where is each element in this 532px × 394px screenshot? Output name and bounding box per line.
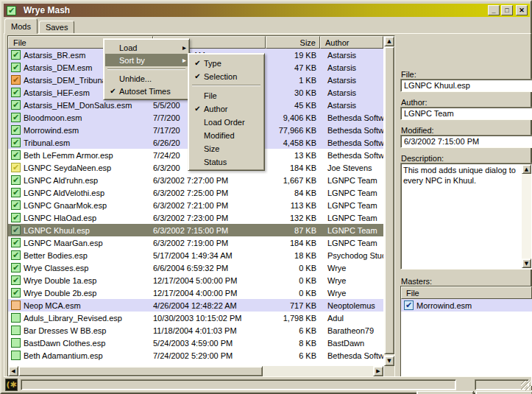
menu-item-label: Unhide... [119, 74, 186, 83]
scroll-left-icon[interactable]: ◀ [8, 366, 18, 376]
close-button[interactable]: ✕ [516, 5, 528, 15]
minimize-button[interactable]: _ [488, 5, 500, 15]
mod-size: 0 KB [266, 288, 320, 298]
mod-file-name: LGNPC HlaOad.esp [24, 213, 153, 222]
mod-checkbox-icon[interactable] [11, 225, 21, 235]
mod-file-name: Beth LeFemm Armor.esp [24, 150, 153, 160]
scroll-up-icon[interactable]: ▲ [522, 164, 531, 174]
scrollbar-thumb[interactable] [384, 46, 394, 354]
table-row[interactable]: Beth Adamantium.esp7/24/2002 5:29:00 PM6… [8, 349, 383, 362]
mod-checkbox-icon[interactable] [11, 175, 21, 185]
mod-checkbox-icon[interactable] [11, 88, 21, 97]
maximize-button[interactable]: □ [501, 5, 513, 15]
mod-checkbox-icon[interactable] [11, 250, 21, 260]
menu-item-unhide[interactable]: Unhide... [105, 72, 188, 85]
mod-checkbox-icon[interactable] [11, 238, 21, 247]
mod-checkbox-icon[interactable] [11, 163, 21, 172]
column-header-size[interactable]: Size [266, 36, 320, 49]
table-row[interactable]: LGNPC MaarGan.esp6/3/2002 7:19:00 PM184 … [8, 236, 383, 249]
mod-checkbox-icon[interactable] [11, 63, 21, 72]
masters-row[interactable]: Morrowind.esm [401, 299, 532, 312]
scroll-up-icon[interactable]: ▲ [384, 36, 394, 46]
menu-item-modified[interactable]: Modified [190, 128, 263, 141]
mod-checkbox-icon[interactable] [11, 138, 21, 147]
mod-checkbox-icon[interactable] [11, 351, 21, 360]
mod-modified: 12/17/2004 4:00:00 PM [153, 288, 266, 298]
menu-item-load-order[interactable]: Load Order [190, 115, 263, 128]
mod-modified: 5/17/2004 1:49:34 AM [153, 250, 266, 260]
table-row[interactable]: Wrye Double 2b.esp12/17/2004 4:00:00 PM0… [8, 286, 383, 299]
table-row[interactable]: LGNPC Khuul.esp6/3/2002 7:15:00 PM87 KBL… [8, 224, 383, 236]
mod-checkbox-icon[interactable] [11, 200, 21, 210]
column-header-author[interactable]: Author [320, 36, 383, 49]
menu-item-author[interactable]: ✔Author [190, 102, 263, 115]
master-checkbox-icon[interactable] [404, 300, 414, 310]
table-row[interactable]: Wrye Classes.esp6/6/2004 6:59:32 PM0 KBW… [8, 261, 383, 274]
file-field[interactable] [400, 79, 532, 92]
menu-item-load[interactable]: Load▸ [105, 41, 188, 54]
mod-checkbox-icon[interactable] [11, 113, 21, 122]
scrollbar-thumb[interactable] [18, 366, 263, 376]
menu-item-label: Sort by [119, 55, 179, 65]
mod-file-name: Wrye Double 2b.esp [24, 288, 153, 298]
table-row[interactable]: Aduls_Library_Revised.esp10/30/2003 10:1… [8, 312, 383, 324]
mod-modified: 6/3/2002 7:21:00 PM [153, 200, 266, 210]
table-row[interactable]: Neop MCA.esm4/26/2004 12:48:22 AM717 KBN… [8, 299, 383, 312]
menu-item-label: Load [119, 43, 179, 52]
mod-size: 8 KB [266, 338, 320, 348]
menu-item-size[interactable]: Size [190, 141, 263, 155]
tab-saves[interactable]: Saves [39, 21, 75, 34]
scroll-down-icon[interactable]: ▼ [384, 356, 394, 366]
menu-item-sort-by[interactable]: Sort by▸ [105, 54, 188, 66]
scroll-right-icon[interactable]: ▶ [373, 366, 383, 376]
menu-item-type[interactable]: ✔Type [190, 56, 263, 69]
mod-checkbox-icon[interactable] [11, 288, 21, 298]
mod-checkbox-icon[interactable] [11, 100, 21, 110]
table-row[interactable]: LGNPC Ald'ruhn.esp6/3/2002 7:27:00 PM1,6… [8, 174, 383, 186]
menu-item-label: Selection [204, 71, 261, 81]
mod-author: LGNPC Team [320, 200, 383, 210]
mod-checkbox-icon[interactable] [11, 188, 21, 197]
tab-mods[interactable]: Mods [4, 18, 38, 34]
mod-checkbox-icon[interactable] [11, 300, 21, 310]
mod-file-name: Morrowind.esm [24, 125, 153, 135]
table-row[interactable]: Bar Dresses W BB.esp11/18/2004 4:01:03 P… [8, 324, 383, 337]
table-row[interactable]: LGNPC GnaarMok.esp6/3/2002 7:21:00 PM113… [8, 199, 383, 211]
menu-item-status[interactable]: Status [190, 155, 263, 168]
mod-checkbox-icon[interactable] [11, 213, 21, 222]
mod-checkbox-icon[interactable] [11, 150, 21, 160]
table-row[interactable]: Better Bodies.esp5/17/2004 1:49:34 AM18 … [8, 249, 383, 261]
title-bar[interactable]: Wrye Mash _ □ ✕ [4, 4, 530, 17]
mod-checkbox-icon[interactable] [11, 125, 21, 135]
mod-checkbox-icon[interactable] [11, 75, 21, 85]
mod-checkbox-icon[interactable] [11, 275, 21, 285]
mod-size: 13 KB [266, 150, 320, 160]
horizontal-scrollbar[interactable]: ◀ ▶ [8, 366, 383, 376]
mod-author: Astarsis [320, 100, 383, 110]
table-row[interactable]: Wrye Double 1a.esp12/17/2004 5:00:00 PM0… [8, 274, 383, 286]
description-field[interactable]: This mod adds unique dialog to every NPC… [400, 163, 532, 270]
author-field[interactable] [400, 107, 532, 120]
mod-checkbox-icon[interactable] [11, 313, 21, 323]
author-label: Author: [401, 98, 427, 107]
menu-item-autoset-times[interactable]: ✔Autoset Times [105, 85, 188, 97]
table-row[interactable]: BastDawn Clothes.esp5/24/2003 4:59:00 PM… [8, 337, 383, 349]
mod-author: LGNPC Team [320, 213, 383, 222]
masters-column-file[interactable]: File [401, 286, 532, 299]
mod-checkbox-icon[interactable] [11, 50, 21, 60]
table-row[interactable]: LGNPC AldVelothi.esp6/3/2002 7:25:00 PM8… [8, 186, 383, 199]
vertical-scrollbar[interactable]: ▲ ▼ [384, 36, 394, 366]
table-row[interactable]: LGNPC HlaOad.esp6/3/2002 7:23:00 PM132 K… [8, 211, 383, 224]
mod-checkbox-icon[interactable] [11, 263, 21, 272]
menu-item-selection[interactable]: ✔Selection [190, 69, 263, 82]
mod-checkbox-icon[interactable] [11, 338, 21, 348]
scroll-down-icon[interactable]: ▼ [522, 258, 531, 268]
modified-field[interactable] [400, 135, 532, 148]
mod-checkbox-icon[interactable] [11, 326, 21, 335]
wrye-mash-window: Wrye Mash _ □ ✕ Mods Saves FileModifiedS… [0, 0, 532, 394]
resize-grip[interactable] [521, 381, 531, 390]
mod-file-name: Beth Adamantium.esp [24, 351, 153, 360]
menu-item-file[interactable]: File [190, 88, 263, 102]
file-label: File: [401, 70, 416, 79]
description-scrollbar[interactable]: ▲ ▼ [522, 164, 531, 268]
